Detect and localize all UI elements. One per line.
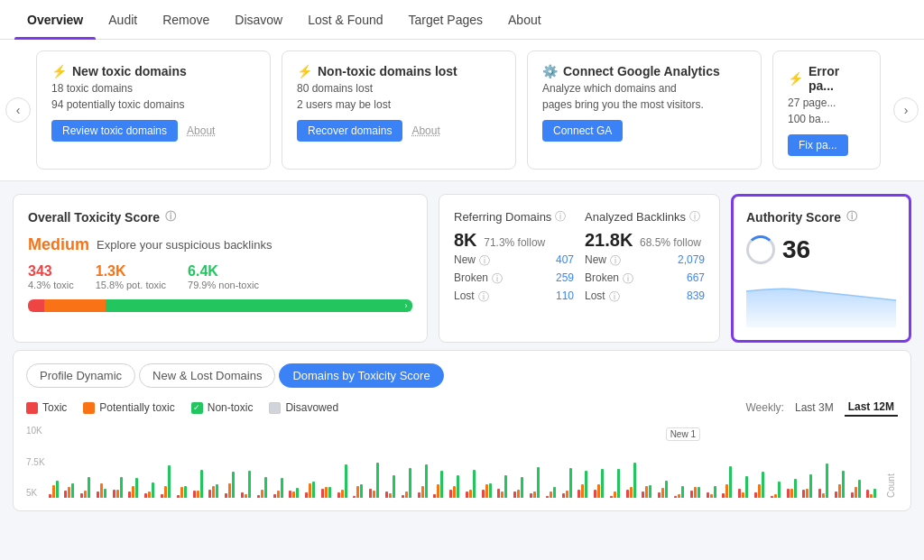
y-label-5k: 5K: [26, 488, 45, 498]
referring-info-icon[interactable]: ⓘ: [555, 209, 566, 225]
bar-nontoxic: [296, 488, 299, 498]
legend-nontoxic-dot: ✓: [191, 402, 203, 414]
referring-title: Referring Domains ⓘ: [454, 209, 574, 225]
nav-item-disavow[interactable]: Disavow: [222, 0, 295, 40]
stat-val-pot-toxic: 1.3K: [96, 263, 166, 280]
bar-group: [866, 489, 881, 498]
bar-nontoxic: [601, 469, 604, 498]
bar-toxic: [128, 491, 131, 499]
fix-pages-button[interactable]: Fix pa...: [788, 134, 848, 156]
tab-domains-toxicity[interactable]: Domains by Toxicity Score: [279, 363, 443, 388]
bar-pot-toxic: [373, 491, 375, 498]
bar-toxic: [530, 493, 532, 499]
card-actions-4: Fix pa...: [788, 134, 865, 156]
legend-pot-toxic: Potentially toxic: [83, 401, 174, 414]
bar-nontoxic: [521, 477, 523, 498]
legend-nontoxic: ✓ Non-toxic: [191, 401, 254, 414]
bar-toxic: [771, 496, 773, 498]
tab-profile-dynamic[interactable]: Profile Dynamic: [26, 363, 135, 388]
review-toxic-button[interactable]: Review toxic domains: [51, 120, 178, 142]
period-12m[interactable]: Last 12M: [845, 399, 898, 417]
bar-toxic: [225, 493, 227, 498]
period-3m[interactable]: Last 3M: [791, 399, 837, 416]
authority-title-text: Authority Score: [746, 210, 841, 225]
nav-item-audit[interactable]: Audit: [96, 0, 150, 40]
card-title-1: ⚡ New toxic domains: [51, 64, 255, 78]
bar-nontoxic: [184, 486, 187, 498]
bar-pot-toxic: [132, 486, 134, 498]
card-error-pages: ⚡ Error pa... 27 page... 100 ba... Fix p…: [772, 50, 881, 170]
tab-new-lost[interactable]: New & Lost Domains: [139, 363, 275, 388]
bar-pot-toxic: [100, 483, 103, 498]
chart-y-axis: 10K 7.5K 5K: [26, 426, 45, 498]
main-nav: Overview Audit Remove Disavow Lost & Fou…: [0, 0, 924, 40]
bar-pot-toxic: [501, 491, 504, 498]
bar-toxic: [466, 491, 468, 498]
bar-nontoxic: [168, 465, 171, 498]
card-about-2[interactable]: About: [411, 124, 439, 137]
card-about-1[interactable]: About: [187, 124, 215, 137]
toxicity-info-icon[interactable]: ⓘ: [165, 209, 176, 225]
chart-bars: [49, 426, 881, 498]
bar-group: [578, 471, 592, 498]
bar-toxic: [578, 490, 580, 498]
bar-pot-toxic: [581, 484, 584, 498]
legend-pot-toxic-dot: [83, 402, 95, 414]
analyzed-info-icon[interactable]: ⓘ: [689, 209, 700, 225]
chart-container: 10K 7.5K 5K New 1 Count: [26, 426, 898, 498]
bar-toxic: [610, 496, 613, 498]
card-label-1: New toxic domains: [72, 64, 187, 78]
cards-prev-arrow[interactable]: ‹: [5, 97, 31, 123]
bar-nontoxic: [826, 464, 828, 498]
bar-pot-toxic: [517, 490, 520, 498]
bar-pot-toxic: [533, 491, 536, 498]
pb-red: [28, 299, 44, 312]
authority-info-icon[interactable]: ⓘ: [846, 209, 857, 225]
bar-group: [449, 475, 464, 498]
toxicity-card: Overall Toxicity Score ⓘ Medium Explore …: [13, 194, 428, 343]
stat-label-pot-toxic: 15.8% pot. toxic: [96, 280, 166, 290]
bar-toxic: [851, 492, 854, 498]
cards-next-arrow[interactable]: ›: [893, 97, 919, 123]
bar-group: [305, 482, 319, 498]
bar-group: [385, 475, 400, 498]
card-sub-1a: 18 toxic domains: [51, 82, 255, 95]
bar-toxic: [787, 489, 790, 498]
bar-toxic: [802, 490, 805, 498]
bar-pot-toxic: [261, 490, 263, 498]
bar-group: [241, 471, 255, 498]
recover-domains-button[interactable]: Recover domains: [297, 120, 402, 142]
bar-nontoxic: [345, 464, 347, 498]
nav-item-about[interactable]: About: [495, 0, 554, 40]
bar-toxic: [722, 493, 725, 498]
nav-item-lost-found[interactable]: Lost & Found: [295, 0, 395, 40]
nav-item-overview[interactable]: Overview: [14, 0, 96, 40]
bar-nontoxic: [264, 477, 267, 498]
bar-group: [225, 472, 239, 498]
gear-icon: ⚙️: [542, 64, 558, 78]
bar-toxic: [80, 493, 83, 498]
bar-group: [658, 481, 672, 498]
nav-item-remove[interactable]: Remove: [150, 0, 222, 40]
bar-pot-toxic: [148, 491, 151, 498]
bar-toxic: [658, 492, 661, 498]
bar-group: [642, 485, 656, 498]
bar-nontoxic: [104, 489, 106, 498]
bar-group: [193, 470, 208, 498]
toxicity-desc: Explore your suspicious backlinks: [97, 238, 272, 252]
analyzed-broken-row: Broken ⓘ 667: [585, 271, 705, 287]
bar-nontoxic: [88, 477, 90, 498]
chart-tabs: Profile Dynamic New & Lost Domains Domai…: [26, 363, 444, 388]
nav-item-target-pages[interactable]: Target Pages: [396, 0, 496, 40]
bar-toxic: [64, 491, 67, 498]
bar-nontoxic: [473, 470, 476, 498]
connect-ga-button[interactable]: Connect GA: [542, 120, 623, 142]
bar-pot-toxic: [228, 483, 231, 498]
bar-nontoxic: [633, 463, 636, 498]
bar-toxic: [49, 494, 51, 498]
bar-group: [161, 465, 175, 498]
bar-group: [128, 478, 143, 498]
bar-nontoxic: [617, 469, 620, 498]
referring-broken-label: Broken ⓘ: [454, 271, 503, 287]
pb-orange: [44, 299, 105, 312]
